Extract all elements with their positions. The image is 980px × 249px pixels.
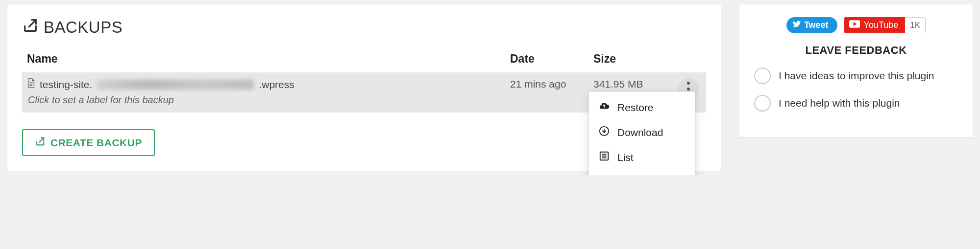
radio-icon xyxy=(754,95,771,112)
panel-title-text: BACKUPS xyxy=(44,18,122,37)
menu-item-list[interactable]: List xyxy=(589,145,695,170)
filename-suffix: .wpress xyxy=(259,79,294,91)
create-backup-button[interactable]: CREATE BACKUP xyxy=(22,129,155,156)
export-icon xyxy=(22,17,39,38)
menu-label: Restore xyxy=(617,102,654,113)
radio-icon xyxy=(754,68,771,84)
menu-item-download[interactable]: Download xyxy=(589,120,695,145)
social-row: Tweet YouTube 1K xyxy=(754,17,958,33)
youtube-count: 1K xyxy=(905,17,926,33)
create-backup-label: CREATE BACKUP xyxy=(50,137,142,149)
panel-title: BACKUPS xyxy=(22,17,706,38)
filename-prefix: testing-site. xyxy=(40,79,92,91)
row-actions-menu: Restore Download List Delete xyxy=(588,91,695,175)
feedback-option-improve[interactable]: I have ideas to improve this plugin xyxy=(754,68,958,84)
file-icon xyxy=(27,78,36,91)
export-icon xyxy=(35,136,46,149)
menu-item-delete[interactable]: Delete xyxy=(589,170,695,175)
menu-item-restore[interactable]: Restore xyxy=(589,95,695,120)
column-header-name: Name xyxy=(22,47,505,72)
radio-label: I have ideas to improve this plugin xyxy=(779,70,934,82)
filename-redacted xyxy=(97,80,254,90)
column-header-size: Size xyxy=(588,47,672,72)
cloud-up-icon xyxy=(599,101,610,114)
backup-filename[interactable]: testing-site. .wpress xyxy=(27,78,500,91)
backups-panel: BACKUPS Name Date Size xyxy=(7,4,721,171)
backup-label-hint[interactable]: Click to set a label for this backup xyxy=(28,94,500,106)
feedback-panel: Tweet YouTube 1K LEAVE FEEDBACK I have i… xyxy=(739,4,973,137)
feedback-option-help[interactable]: I need help with this plugin xyxy=(754,95,958,112)
download-icon xyxy=(599,126,610,139)
tweet-label: Tweet xyxy=(804,20,829,30)
tweet-button[interactable]: Tweet xyxy=(786,17,837,33)
radio-label: I need help with this plugin xyxy=(779,97,900,109)
column-header-date: Date xyxy=(505,47,588,72)
list-icon xyxy=(599,151,610,164)
youtube-label: YouTube xyxy=(864,20,899,30)
backup-date: 21 mins ago xyxy=(505,72,588,113)
youtube-icon xyxy=(849,20,860,30)
menu-label: List xyxy=(617,152,634,163)
youtube-button[interactable]: YouTube 1K xyxy=(844,17,926,33)
menu-label: Download xyxy=(617,127,663,138)
feedback-title: LEAVE FEEDBACK xyxy=(754,44,958,57)
twitter-icon xyxy=(792,20,801,31)
